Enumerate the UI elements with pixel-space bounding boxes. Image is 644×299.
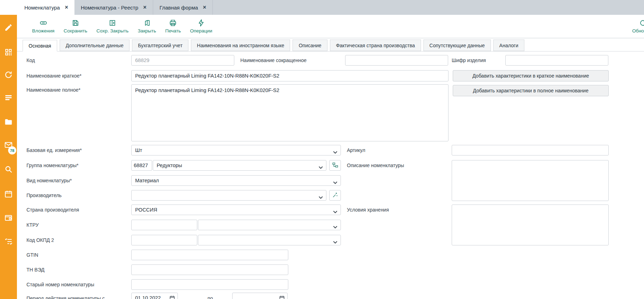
tab-accounting[interactable]: Бухгалтерский учет: [132, 39, 188, 51]
calendar-icon[interactable]: [170, 295, 175, 299]
refresh-button[interactable]: Обновить: [624, 19, 644, 33]
country-label: Страна производителя: [26, 207, 79, 213]
tab-related-data[interactable]: Сопутствующие данные: [423, 39, 491, 51]
close-tab-icon[interactable]: ×: [203, 5, 206, 10]
window-tab-bar: Номенклатура × Номенклатура - Реестр × Г…: [0, 0, 644, 15]
old-number-label: Старый номер номенклатуры: [26, 282, 94, 287]
window-tab-nomenclature[interactable]: Номенклатура ×: [18, 0, 74, 15]
product-cipher-label: Шифр изделия: [452, 57, 486, 63]
brief-name-input[interactable]: [131, 70, 449, 81]
chevron-down-icon: [333, 209, 337, 214]
ktru-label: КТРУ: [26, 222, 39, 228]
tasks-checklist-icon[interactable]: [4, 237, 13, 246]
old-number-input[interactable]: [131, 279, 288, 290]
save-close-button[interactable]: Сохр. Закрыть: [92, 19, 133, 33]
tab-analogs[interactable]: Аналоги: [493, 39, 524, 51]
validity-from-date[interactable]: 01.10.2022: [131, 293, 178, 299]
close-tab-icon[interactable]: ×: [143, 5, 146, 10]
tnved-label: ТН ВЭД: [26, 267, 44, 273]
window-tab-nomenclature-registry[interactable]: Номенклатура - Реестр ×: [74, 0, 153, 15]
folder-icon[interactable]: [4, 118, 13, 126]
add-characteristics-full-button[interactable]: Добавить характеристики в полное наимено…: [453, 85, 609, 96]
article-label: Артикул: [347, 147, 365, 153]
tab-foreign-names[interactable]: Наименования на иностранном языке: [191, 39, 290, 51]
nomenclature-description-textarea[interactable]: [452, 160, 609, 201]
print-queue-icon[interactable]: [4, 93, 13, 102]
group-label: Группа номенклатуры*: [26, 163, 79, 168]
okpd2-select[interactable]: [198, 235, 341, 245]
chevron-down-icon: [333, 224, 337, 230]
operations-button[interactable]: Операции: [185, 19, 217, 33]
storage-conditions-textarea[interactable]: [452, 205, 609, 245]
validity-from-value: 01.10.2022: [135, 295, 161, 299]
manufacturer-select[interactable]: [131, 190, 326, 201]
save-close-icon: [109, 19, 116, 27]
okpd2-code-input[interactable]: [131, 235, 197, 245]
window-tab-main-form[interactable]: Главная форма ×: [153, 0, 213, 15]
gtin-input[interactable]: [131, 250, 288, 260]
okpd2-label: Код ОКПД 2: [26, 237, 54, 243]
base-unit-select[interactable]: Шт: [131, 145, 341, 155]
print-button[interactable]: Печать: [161, 19, 185, 33]
calendar-nav-icon[interactable]: [4, 190, 13, 198]
ktru-select[interactable]: [198, 220, 341, 230]
inventory-box-icon[interactable]: [4, 213, 13, 222]
printer-icon: [169, 19, 177, 27]
app-window: Номенклатура × Номенклатура - Реестр × Г…: [0, 0, 644, 299]
ktru-code-input[interactable]: [131, 220, 197, 230]
tnved-input[interactable]: [131, 264, 288, 275]
tab-main[interactable]: Основная: [23, 40, 57, 51]
chevron-down-icon: [333, 149, 337, 155]
mail-unread-badge[interactable]: 78: [8, 146, 16, 154]
validity-to-label: по: [207, 295, 213, 299]
calendar-icon[interactable]: [279, 295, 284, 299]
window-tab-label: Номенклатура: [24, 5, 60, 11]
toolbar-label: Операции: [190, 28, 212, 33]
validity-to-date[interactable]: [232, 293, 288, 299]
tab-additional-data[interactable]: Дополнительные данные: [60, 39, 130, 51]
full-name-label: Наименование полное*: [26, 87, 80, 93]
toolbar-label: Обновить: [632, 28, 644, 33]
window-tab-label: Номенклатура - Реестр: [81, 5, 138, 11]
code-input: [131, 55, 234, 66]
manufacturer-wizard-button[interactable]: [329, 190, 341, 201]
toolbar-label: Сохр. Закрыть: [96, 28, 128, 33]
tab-description[interactable]: Описание: [293, 39, 327, 51]
article-input[interactable]: [452, 145, 609, 155]
group-value: Редукторы: [157, 163, 182, 168]
save-button[interactable]: Сохранить: [59, 19, 92, 33]
group-code-input[interactable]: [131, 160, 152, 171]
form-area: Код Наименование сокращенное Шифр издели…: [17, 51, 644, 299]
qr-code-icon[interactable]: [4, 48, 13, 56]
toolbar-label: Сохранить: [64, 28, 87, 33]
close-tab-icon[interactable]: ×: [65, 5, 68, 10]
close-button[interactable]: Закрыть: [133, 19, 161, 33]
brief-name-label: Наименование краткое*: [26, 73, 82, 79]
kind-label: Вид номенклатуры*: [26, 178, 72, 183]
add-characteristics-brief-button[interactable]: Добавить характеристики в краткое наимен…: [453, 70, 609, 81]
chevron-down-icon: [319, 164, 323, 170]
toolbar-label: Вложения: [32, 28, 54, 33]
validity-period-label: Период действия номенклатуры с: [26, 295, 105, 299]
full-name-textarea[interactable]: Редуктор планетарный Liming FA142-10N-R8…: [131, 84, 449, 141]
search-icon[interactable]: [4, 165, 13, 173]
country-select[interactable]: РОССИЯ: [131, 205, 341, 215]
save-icon: [72, 19, 79, 27]
chevron-down-icon: [319, 194, 323, 200]
kind-select[interactable]: Материал: [131, 175, 341, 186]
window-tab-label: Главная форма: [160, 5, 198, 11]
lightning-icon: [197, 19, 205, 27]
group-tree-button[interactable]: [329, 160, 341, 171]
product-cipher-input[interactable]: [505, 55, 608, 66]
sync-icon[interactable]: [4, 71, 13, 79]
chevron-down-icon: [333, 179, 337, 185]
gtin-label: GTIN: [26, 252, 38, 258]
edit-pencil-icon[interactable]: [4, 23, 13, 32]
attachments-button[interactable]: Вложения: [28, 19, 59, 33]
storage-conditions-label: Условия хранения: [347, 207, 389, 213]
tab-actual-country[interactable]: Фактическая страна производства: [330, 39, 421, 51]
group-select[interactable]: Редукторы: [153, 160, 326, 171]
short-name-input[interactable]: [345, 55, 448, 66]
code-label: Код: [26, 57, 35, 63]
form-tab-bar: Основная Дополнительные данные Бухгалтер…: [17, 38, 644, 51]
